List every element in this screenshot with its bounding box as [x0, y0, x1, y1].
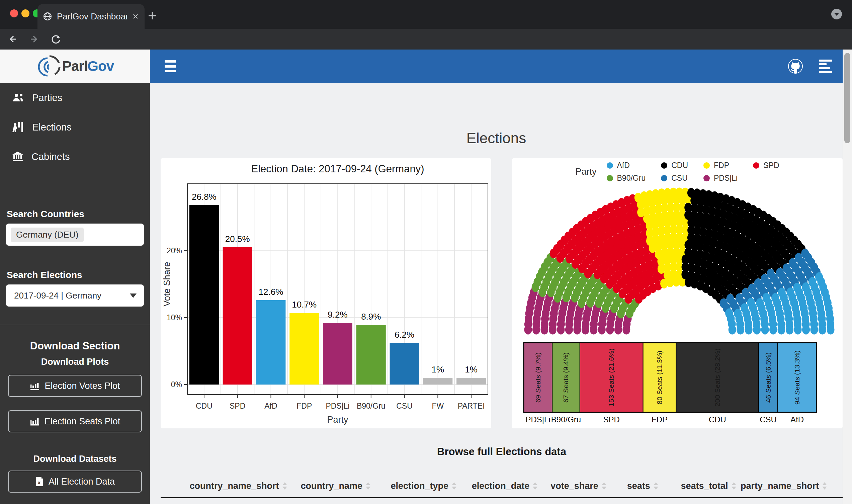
parliament-chart-panel: 69 Seats (9.7%)PDS|Li67 Seats (9.4%)B90/… [512, 158, 842, 428]
sidebar-divider [0, 325, 150, 325]
table-header-rule [161, 497, 842, 498]
elections-table-header: country_name_short country_name election… [187, 478, 823, 494]
minimize-window-button[interactable] [21, 10, 30, 17]
svg-text:153 Seats (21.6%): 153 Seats (21.6%) [608, 348, 615, 407]
election-seats-plot-button[interactable]: Election Seats Plot [8, 410, 142, 432]
globe-favicon-icon [43, 12, 52, 21]
controlbar-toggle-icon[interactable] [819, 59, 833, 73]
seat-dot-AfD [802, 325, 810, 335]
users-icon [12, 93, 24, 103]
sidebar-item-parties[interactable]: Parties [0, 83, 150, 112]
download-section-title: Download Section [0, 340, 150, 352]
svg-text:10.7%: 10.7% [292, 300, 316, 309]
svg-text:CDU: CDU [709, 415, 726, 424]
vote-share-bar-chart: 26.8%CDU20.5%SPD12.6%AfD10.7%FDP9.2%PDS|… [161, 158, 491, 428]
scrollbar-thumb[interactable] [844, 53, 850, 143]
sidebar-toggle-icon[interactable] [165, 60, 176, 72]
seat-dot-AfD [811, 325, 818, 335]
seat-dot-AfD [786, 325, 794, 335]
vote-bar-SPD [223, 247, 252, 384]
download-plots-title: Download Plots [0, 357, 150, 367]
legend-item-CDU: CDU [661, 161, 688, 170]
svg-text:SPD: SPD [603, 415, 620, 424]
svg-text:FDP: FDP [652, 415, 668, 424]
svg-text:1%: 1% [465, 364, 477, 375]
vote-bar-CSU [390, 343, 419, 384]
legend-dot [607, 162, 613, 169]
svg-text:80 Seats (11.3%): 80 Seats (11.3%) [656, 351, 663, 404]
person-booth-icon [12, 122, 24, 132]
country-token[interactable]: Germany (DEU) [11, 228, 84, 242]
legend-dot [753, 162, 759, 169]
seat-dot-AfD [778, 325, 785, 335]
tab-close-icon[interactable] [132, 13, 139, 20]
github-icon[interactable] [787, 58, 803, 74]
svg-text:PDS|Li: PDS|Li [326, 401, 349, 410]
legend-item-PDS|Li: PDS|Li [703, 173, 738, 183]
parlgov-logo[interactable]: ParlGov [0, 50, 150, 83]
seat-dot-AfD [827, 325, 835, 335]
sidebar-item-elections[interactable]: Elections [0, 112, 150, 142]
col-country-name-short[interactable]: country_name_short [187, 478, 289, 494]
search-countries-label: Search Countries [7, 209, 84, 219]
legend-dot [703, 175, 710, 181]
chart-bar-icon [30, 417, 40, 426]
search-countries-input[interactable]: Germany (DEU) [6, 223, 144, 246]
col-seats-total[interactable]: seats_total [673, 478, 745, 494]
col-country-name[interactable]: country_name [289, 478, 382, 494]
party-legend: Party AfDB90/GruCDUCSUFDPPDS|LiSPD [512, 161, 842, 183]
seat-dot-AfD [728, 325, 736, 335]
svg-text:8.9%: 8.9% [361, 311, 381, 322]
sort-icons [654, 482, 658, 490]
col-party-name-short[interactable]: party_name_short [744, 478, 823, 494]
search-elections-label: Search Elections [7, 270, 82, 281]
legend-dot [661, 162, 667, 169]
seat-dot-AfD [818, 325, 826, 335]
seat-dot-AfD [753, 325, 761, 335]
download-datasets-title: Download Datasets [0, 454, 150, 464]
sort-icons [822, 482, 827, 490]
tab-search-button[interactable] [831, 8, 842, 20]
col-seats[interactable]: seats [613, 478, 673, 494]
svg-text:Election Date: 2017-09-24 (Ger: Election Date: 2017-09-24 (Germany) [251, 163, 424, 175]
sidebar-item-cabinets[interactable]: Cabinets [0, 142, 150, 172]
svg-text:FDP: FDP [296, 401, 312, 410]
svg-text:12.6%: 12.6% [259, 287, 284, 297]
legend-dot [703, 162, 710, 169]
seat-dot-AfD [761, 325, 769, 335]
close-window-button[interactable] [10, 10, 18, 17]
svg-text:26.8%: 26.8% [192, 192, 217, 202]
parlgov-logo-text: ParlGov [62, 58, 114, 74]
tab-title: ParlGov Dashboard [57, 12, 127, 22]
parlgov-logo-arcs [36, 54, 61, 79]
legend-label: B90/Gru [617, 174, 646, 183]
back-icon[interactable] [7, 34, 18, 45]
svg-text:AfD: AfD [265, 401, 277, 410]
reload-icon[interactable] [50, 34, 61, 45]
legend-item-FDP: FDP [703, 161, 738, 170]
legend-title: Party [576, 167, 597, 177]
col-election-date[interactable]: election_date [465, 478, 544, 494]
svg-text:SPD: SPD [230, 401, 245, 410]
browser-tab[interactable]: ParlGov Dashboard [37, 4, 145, 29]
search-elections-select[interactable]: 2017-09-24 | Germany [6, 285, 144, 307]
forward-icon[interactable] [29, 34, 40, 45]
svg-text:Vote Share: Vote Share [162, 262, 172, 307]
vote-bar-PDS|Li [323, 323, 352, 384]
sort-icons [533, 482, 538, 490]
legend-label: FDP [714, 161, 729, 170]
sort-icons [602, 482, 606, 490]
legend-label: SPD [763, 161, 779, 170]
sort-icons [283, 482, 287, 490]
election-votes-plot-button[interactable]: Election Votes Plot [8, 375, 142, 397]
chart-bar-icon [30, 381, 40, 391]
browser-toolbar: lukas-warode.shinyapps.io/ParlGov_Dashbo… [0, 29, 852, 50]
seat-dot-AfD [769, 325, 777, 335]
legend-label: CDU [671, 161, 688, 170]
col-election-type[interactable]: election_type [382, 478, 465, 494]
sort-icons [452, 482, 456, 490]
new-tab-button[interactable] [147, 11, 157, 21]
col-vote-share[interactable]: vote_share [544, 478, 613, 494]
all-election-data-button[interactable]: x All Election Data [8, 470, 142, 492]
seat-dot-AfD [737, 325, 744, 335]
